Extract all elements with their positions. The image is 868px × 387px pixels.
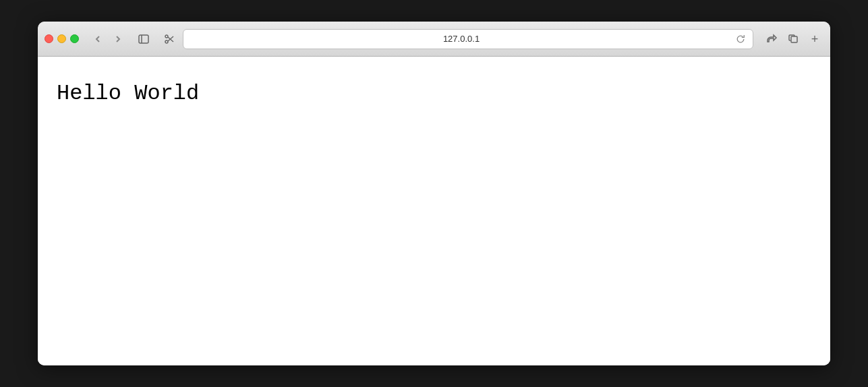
chevron-left-icon (94, 35, 102, 43)
duplicate-icon (788, 34, 799, 44)
svg-rect-6 (791, 36, 797, 42)
close-button[interactable] (45, 34, 53, 43)
duplicate-tab-button[interactable] (784, 30, 803, 49)
svg-point-2 (165, 35, 168, 38)
sidebar-icon (138, 34, 149, 44)
share-icon (767, 34, 778, 44)
minimize-button[interactable] (57, 34, 66, 43)
address-input[interactable] (189, 34, 734, 44)
chevron-right-icon (114, 35, 122, 43)
browser-window: + Hello World (38, 22, 830, 365)
svg-line-4 (168, 37, 173, 42)
scissors-icon (164, 34, 175, 44)
svg-point-3 (165, 40, 168, 43)
maximize-button[interactable] (70, 34, 79, 43)
page-content: Hello World (38, 57, 830, 365)
svg-line-5 (168, 36, 173, 41)
nav-buttons (88, 30, 127, 49)
svg-rect-0 (139, 35, 148, 43)
sidebar-toggle-button[interactable] (134, 30, 153, 49)
toolbar-right: + (763, 30, 823, 49)
back-button[interactable] (88, 30, 107, 49)
reload-icon (736, 34, 745, 44)
traffic-lights (45, 34, 79, 43)
scissors-button[interactable] (160, 30, 179, 49)
address-bar-container (183, 29, 753, 49)
share-button[interactable] (763, 30, 782, 49)
new-tab-button[interactable]: + (806, 30, 823, 48)
hello-world-heading: Hello World (57, 81, 817, 106)
toolbar: + (38, 22, 830, 57)
forward-button[interactable] (109, 30, 127, 49)
reload-button[interactable] (734, 32, 747, 46)
